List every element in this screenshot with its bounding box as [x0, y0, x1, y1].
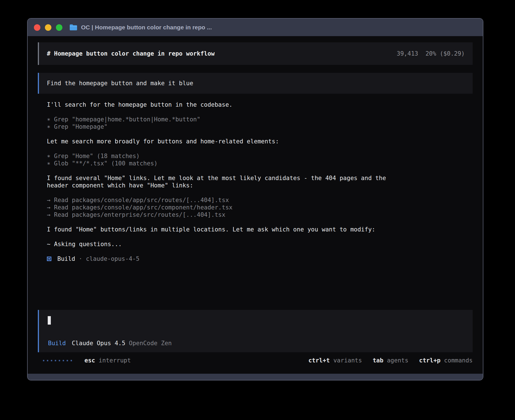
- transcript-line: → Read packages/enterprise/src/routes/[.…: [47, 211, 473, 218]
- spinner-dot: [55, 360, 56, 361]
- user-message: Find the homepage button and make it blu…: [38, 73, 473, 94]
- transcript-line: ~ Asking questions...: [47, 240, 473, 248]
- session-stats: 39,413 20% ($0.29): [397, 50, 465, 57]
- spinner-dot: [47, 360, 48, 361]
- statusbar-right: ctrl+t variants tab agents ctrl+p comman…: [308, 357, 473, 364]
- input-agent-badge[interactable]: Build: [48, 340, 66, 347]
- session-header: # Homepage button color change in repo w…: [38, 42, 473, 65]
- spinner-dot: [63, 360, 64, 361]
- working-spinner-icon: [43, 360, 72, 361]
- transcript-line: [47, 218, 473, 226]
- spinner-dot: [43, 360, 44, 361]
- transcript-line: ∗ Glob "**/*.tsx" (100 matches): [47, 160, 473, 167]
- transcript-line: → Read packages/console/app/src/componen…: [47, 204, 473, 211]
- minimize-button[interactable]: [45, 24, 51, 31]
- agent-model: claude-opus-4-5: [86, 255, 139, 262]
- window-bottom-chrome: [28, 374, 483, 380]
- text-cursor: [48, 316, 51, 325]
- content-spacer: [38, 262, 473, 310]
- transcript-line: header component which have "Home" links…: [47, 182, 473, 189]
- transcript-line: ∗ Grep "Home" (18 matches): [47, 152, 473, 160]
- close-button[interactable]: [34, 24, 40, 31]
- traffic-lights: [34, 24, 62, 31]
- transcript-line: [47, 108, 473, 116]
- user-message-text: Find the homepage button and make it blu…: [47, 80, 193, 87]
- transcript-line: I found "Home" buttons/links in multiple…: [47, 226, 473, 233]
- terminal-window: OC | Homepage button color change in rep…: [27, 18, 483, 380]
- agents-hint: tab agents: [373, 357, 408, 364]
- transcript-line: [47, 145, 473, 152]
- transcript-line: [47, 248, 473, 255]
- session-title: # Homepage button color change in repo w…: [47, 50, 215, 57]
- interrupt-label: interrupt: [99, 357, 131, 364]
- folder-icon: [69, 24, 78, 31]
- transcript-line: [47, 189, 473, 196]
- transcript-line: ∗ Grep "Homepage": [47, 123, 473, 130]
- interrupt-key: esc: [84, 357, 95, 364]
- statusbar-left: esc interrupt: [43, 357, 131, 364]
- spinner-dot: [67, 360, 68, 361]
- window-title: OC | Homepage button color change in rep…: [81, 24, 212, 31]
- interrupt-hint: esc interrupt: [84, 357, 131, 364]
- input-provider-name: OpenCode Zen: [125, 340, 172, 347]
- spinner-dot: [71, 360, 72, 361]
- agent-separator: ·: [75, 255, 86, 262]
- terminal-content: # Homepage button color change in repo w…: [28, 36, 483, 374]
- transcript-line: Let me search more broadly for buttons a…: [47, 138, 473, 145]
- transcript-line: → Read packages/console/app/src/routes/[…: [47, 196, 473, 204]
- transcript-line: [47, 233, 473, 240]
- transcript-line: I found several "Home" links. Let me loo…: [47, 174, 473, 182]
- transcript: I'll search for the homepage button in t…: [38, 101, 473, 255]
- transcript-line: I'll search for the homepage button in t…: [47, 101, 473, 108]
- transcript-line: [47, 130, 473, 138]
- context-usage: 20% ($0.29): [425, 50, 465, 57]
- token-count: 39,413: [397, 50, 418, 57]
- transcript-line: ∗ Grep "homepage|home.*button|Home.*butt…: [47, 116, 473, 123]
- titlebar: OC | Homepage button color change in rep…: [28, 19, 483, 36]
- zoom-button[interactable]: [56, 24, 62, 31]
- build-agent-icon: [47, 257, 51, 261]
- commands-hint: ctrl+p commands: [419, 357, 473, 364]
- variants-hint: ctrl+t variants: [308, 357, 362, 364]
- input-model-name: Claude Opus 4.5: [72, 340, 125, 347]
- input-meta: Build Claude Opus 4.5 OpenCode Zen: [48, 340, 172, 347]
- transcript-line: [47, 167, 473, 174]
- prompt-input[interactable]: Build Claude Opus 4.5 OpenCode Zen: [38, 310, 473, 352]
- statusbar: esc interrupt ctrl+t variants tab agents…: [38, 355, 473, 366]
- agent-status-row: Build · claude-opus-4-5: [38, 255, 473, 262]
- spinner-dot: [51, 360, 52, 361]
- agent-name: Build: [57, 255, 75, 262]
- spinner-dot: [59, 360, 60, 361]
